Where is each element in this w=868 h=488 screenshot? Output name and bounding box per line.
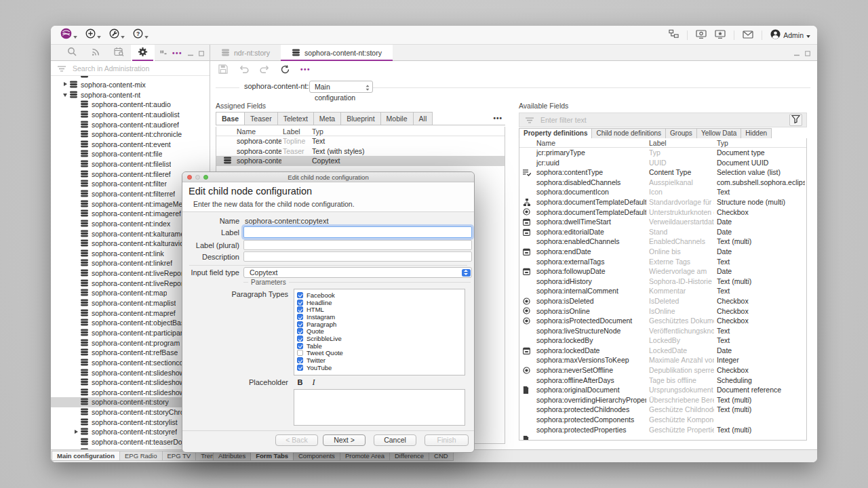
- tools-menu[interactable]: [106, 28, 127, 41]
- checkbox[interactable]: [297, 321, 303, 327]
- table-row[interactable]: sophora:endDate Online bis Date: [519, 247, 806, 257]
- chevron-icon[interactable]: [73, 180, 80, 187]
- tree-item[interactable]: sophora-content-nt: [51, 89, 210, 100]
- screen-star-icon[interactable]: [715, 29, 726, 41]
- config-tab[interactable]: EPG Radio: [119, 451, 163, 461]
- paragraph-type-option[interactable]: Twitter: [297, 357, 465, 364]
- chevron-icon[interactable]: [73, 329, 80, 336]
- column-header-name[interactable]: Name: [536, 138, 555, 148]
- checkbox[interactable]: [297, 306, 303, 312]
- assigned-tab[interactable]: Base: [216, 112, 245, 125]
- chevron-icon[interactable]: [73, 141, 80, 148]
- assigned-tab[interactable]: Blueprint: [340, 112, 380, 125]
- table-row[interactable]: sophora:protectedProperties Geschützte P…: [519, 425, 806, 435]
- chevron-icon[interactable]: [73, 300, 80, 306]
- checkbox[interactable]: [297, 357, 303, 363]
- table-row[interactable]: sophora:disabledChannels Ausspielkanal c…: [519, 178, 806, 188]
- input-field-type-select[interactable]: Copytext: [243, 267, 472, 278]
- chevron-icon[interactable]: [62, 92, 69, 98]
- screen-share-icon[interactable]: [696, 29, 707, 41]
- table-row[interactable]: abc sophora-content:t… Topline Text: [216, 136, 505, 146]
- chevron-icon[interactable]: [73, 428, 80, 435]
- assigned-tab[interactable]: Mobile: [380, 112, 414, 125]
- tree-item[interactable]: sophora-content-nt:audiolist: [51, 110, 210, 120]
- configuration-select[interactable]: Main configuration: [309, 81, 373, 93]
- chevron-icon[interactable]: [73, 230, 80, 237]
- paragraph-type-option[interactable]: Facebook: [297, 291, 465, 299]
- table-row[interactable]: abc sophora:lockedBy LockedBy Text: [519, 336, 806, 346]
- description-input[interactable]: [243, 251, 472, 262]
- paragraph-type-option[interactable]: Instagram: [297, 313, 465, 321]
- cancel-button[interactable]: Cancel: [374, 434, 416, 446]
- chevron-icon[interactable]: [73, 389, 80, 396]
- tab-console[interactable]: [155, 45, 172, 61]
- chevron-icon[interactable]: [73, 419, 80, 426]
- sidebar-search[interactable]: [51, 61, 210, 76]
- chevron-icon[interactable]: [73, 171, 80, 178]
- chevron-icon[interactable]: [73, 379, 80, 386]
- table-row[interactable]: jcr:primaryType Typ Document type: [519, 148, 806, 158]
- new-document-menu[interactable]: [83, 28, 104, 41]
- chevron-icon[interactable]: [73, 150, 80, 157]
- label-plural-input[interactable]: [243, 240, 472, 250]
- paragraph-type-option[interactable]: Tweet Quote: [297, 350, 465, 357]
- tree-item[interactable]: sophora-content-nt:chronicle: [51, 129, 210, 140]
- table-row[interactable]: sophora:neverSetOffline Depublikation sp…: [519, 365, 806, 375]
- table-row[interactable]: jcr:uuid UUID Document UUID: [519, 158, 806, 168]
- available-tab[interactable]: Child node definitions: [591, 128, 666, 138]
- more-tabs-button[interactable]: •••: [172, 49, 182, 57]
- paragraph-type-option[interactable]: ScribbleLive: [297, 335, 465, 342]
- dialog-titlebar[interactable]: Edit child node configuration: [182, 172, 474, 182]
- chevron-icon[interactable]: [73, 340, 80, 346]
- finish-button[interactable]: Finish: [425, 434, 469, 446]
- tab-administration[interactable]: [131, 45, 155, 61]
- chevron-icon[interactable]: [73, 220, 80, 227]
- sophora-logo-menu[interactable]: [58, 28, 80, 42]
- table-row[interactable]: 123 sophora:offlineAfterDays Tage bis of…: [519, 375, 806, 386]
- assigned-tab[interactable]: All: [413, 112, 433, 125]
- close-window-button[interactable]: [187, 175, 192, 180]
- chevron-icon[interactable]: [73, 289, 80, 296]
- paragraph-type-option[interactable]: Headline: [297, 299, 465, 306]
- available-filter-input[interactable]: [539, 115, 784, 125]
- chevron-icon[interactable]: [73, 190, 80, 197]
- paragraph-type-option[interactable]: HTML: [297, 306, 465, 313]
- save-button[interactable]: [218, 64, 228, 74]
- chevron-icon[interactable]: [73, 201, 80, 207]
- mail-icon[interactable]: [743, 29, 753, 41]
- available-tab[interactable]: Property definitions: [519, 128, 592, 138]
- chevron-icon[interactable]: [73, 349, 80, 356]
- paragraph-type-option[interactable]: Paragraph: [297, 321, 465, 328]
- tree-item[interactable]: sophora-content-nt:audioref: [51, 119, 210, 129]
- table-row[interactable]: abc sophora:documentIcon Icon Text: [519, 187, 806, 197]
- tab-feed[interactable]: [84, 45, 108, 61]
- table-row[interactable]: sophora:followupDate Wiedervorlage am Da…: [519, 266, 806, 277]
- chevron-icon[interactable]: [73, 319, 80, 326]
- table-row[interactable]: sophora:documentTemplateDefaultForStruct…: [519, 207, 806, 218]
- checkbox[interactable]: [297, 336, 303, 342]
- paragraph-type-option[interactable]: YouTube: [297, 364, 465, 371]
- sidebar-search-input[interactable]: [71, 64, 186, 73]
- network-status-icon[interactable]: [669, 29, 679, 41]
- checkbox[interactable]: [297, 365, 303, 371]
- bold-button[interactable]: B: [296, 378, 304, 387]
- chevron-icon[interactable]: [73, 359, 80, 366]
- chevron-icon[interactable]: [73, 240, 80, 247]
- chevron-icon[interactable]: [73, 76, 80, 78]
- placeholder-textarea[interactable]: [294, 389, 465, 426]
- chevron-icon[interactable]: [62, 81, 69, 88]
- maximize-panel-icon[interactable]: [199, 47, 204, 59]
- chevron-icon[interactable]: [73, 409, 80, 415]
- available-tab[interactable]: Yellow Data: [696, 128, 741, 138]
- table-row[interactable]: sophora:lockedDate LockedDate Date: [519, 346, 806, 356]
- chevron-icon[interactable]: [73, 101, 80, 108]
- chevron-icon[interactable]: [73, 399, 80, 405]
- undo-button[interactable]: [239, 65, 249, 73]
- table-row[interactable]: sophora:protectedChildnodes Geschütze Ch…: [519, 405, 806, 415]
- table-row[interactable]: sophora:dwellTimeStart Verweildauerstart…: [519, 217, 806, 227]
- chevron-icon[interactable]: [73, 270, 80, 277]
- table-row[interactable]: abc sophora:externalTags Externe Tags Te…: [519, 257, 806, 267]
- chevron-icon[interactable]: [73, 439, 80, 445]
- table-row[interactable]: 123 sophora:maxVersionsToKeep Maximale A…: [519, 355, 806, 365]
- checkbox[interactable]: [297, 292, 303, 298]
